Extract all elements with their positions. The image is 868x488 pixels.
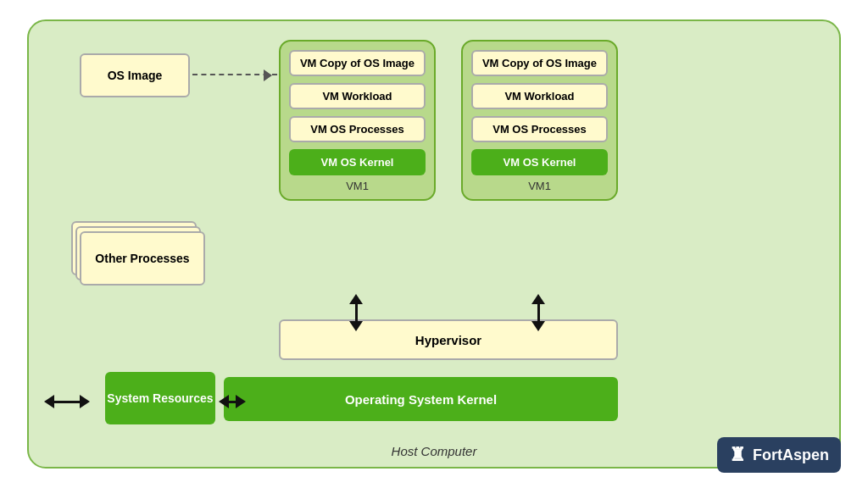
- brand-name: FortAspen: [753, 446, 829, 464]
- vm2-hyp-arrow: [531, 294, 545, 331]
- host-label: Host Computer: [392, 444, 477, 458]
- hypervisor-bar: Hypervisor: [279, 319, 618, 360]
- vm2-os-kernel-box: VM OS Kernel: [471, 149, 608, 175]
- vm2-workload-box: VM Workload: [471, 83, 608, 109]
- chess-icon: ♜: [729, 444, 746, 466]
- other-processes-box: Other Processes: [80, 231, 205, 286]
- vm2-copy-box: VM Copy of OS Image: [471, 50, 608, 76]
- vm1-os-kernel-box: VM OS Kernel: [289, 149, 426, 175]
- os-image-label: OS Image: [108, 69, 163, 82]
- os-kernel-bar: Operating System Kernel: [224, 377, 618, 421]
- vm2-label: VM1: [528, 180, 551, 192]
- left-external-arrow: [44, 395, 90, 408]
- vm1-container: VM Copy of OS Image VM Workload VM OS Pr…: [279, 40, 436, 201]
- vm1-label: VM1: [346, 180, 369, 192]
- vm2-container: VM Copy of OS Image VM Workload VM OS Pr…: [461, 40, 618, 201]
- fortaspen-badge: ♜ FortAspen: [717, 437, 841, 473]
- vm1-os-processes-box: VM OS Processes: [289, 116, 426, 142]
- vm2-os-processes-box: VM OS Processes: [471, 116, 608, 142]
- dashed-arrow: [192, 74, 277, 75]
- sys-res-kernel-arrow: [219, 395, 246, 408]
- main-container: OS Image VM Copy of OS Image VM Workload…: [27, 19, 841, 469]
- vm1-workload-box: VM Workload: [289, 83, 426, 109]
- vm1-hyp-arrow: [349, 294, 363, 331]
- os-image-box: OS Image: [80, 53, 190, 97]
- vm1-copy-box: VM Copy of OS Image: [289, 50, 426, 76]
- system-resources-box: System Resources: [105, 372, 215, 424]
